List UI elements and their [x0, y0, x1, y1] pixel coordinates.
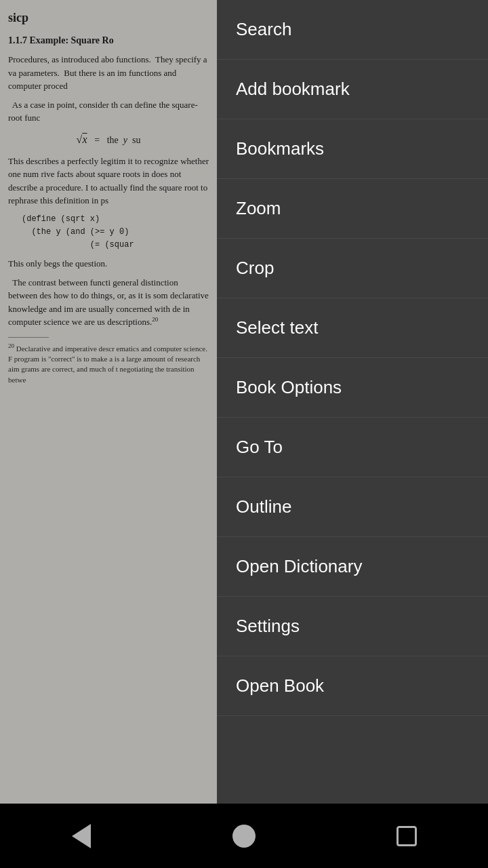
recents-icon	[396, 826, 417, 846]
back-button[interactable]	[61, 816, 102, 856]
home-button[interactable]	[224, 816, 264, 856]
menu-item-open-book[interactable]: Open Book	[217, 656, 488, 716]
menu-item-book-options[interactable]: Book Options	[217, 358, 488, 418]
menu-item-crop[interactable]: Crop	[217, 239, 488, 298]
menu-item-zoom[interactable]: Zoom	[217, 179, 488, 239]
overlay-dim[interactable]	[0, 0, 217, 804]
menu-item-select-text[interactable]: Select text	[217, 298, 488, 358]
menu-item-add-bookmark[interactable]: Add bookmark	[217, 60, 488, 119]
menu-item-settings[interactable]: Settings	[217, 597, 488, 656]
back-icon	[72, 824, 91, 848]
menu-drawer: SearchAdd bookmarkBookmarksZoomCropSelec…	[217, 0, 488, 804]
navigation-bar	[0, 804, 488, 868]
menu-overlay: SearchAdd bookmarkBookmarksZoomCropSelec…	[0, 0, 488, 804]
menu-item-search[interactable]: Search	[217, 0, 488, 60]
menu-item-open-dictionary[interactable]: Open Dictionary	[217, 537, 488, 597]
menu-item-bookmarks[interactable]: Bookmarks	[217, 119, 488, 179]
recents-button[interactable]	[386, 816, 427, 856]
menu-item-go-to[interactable]: Go To	[217, 418, 488, 477]
home-icon	[232, 825, 256, 848]
menu-item-outline[interactable]: Outline	[217, 477, 488, 537]
